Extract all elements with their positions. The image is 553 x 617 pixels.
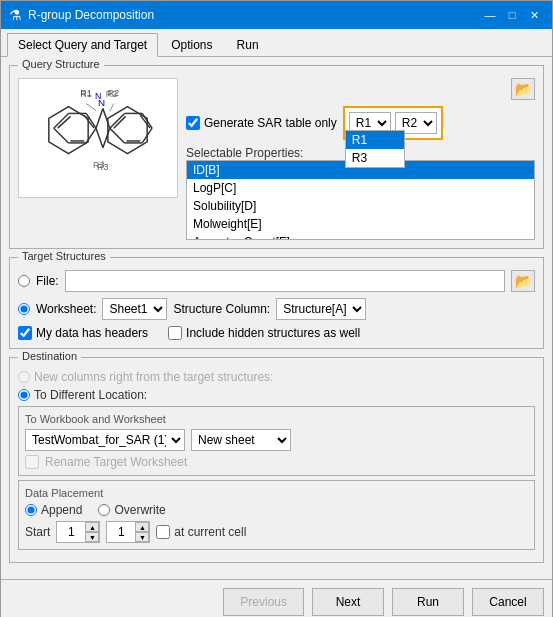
start-spinner-1-down[interactable]: ▼ bbox=[85, 532, 99, 542]
svg-line-31 bbox=[96, 128, 103, 148]
new-sheet-select[interactable]: New sheet bbox=[191, 429, 291, 451]
generate-sar-label[interactable]: Generate SAR table only bbox=[186, 116, 337, 130]
workbook-box-title: To Workbook and Worksheet bbox=[25, 413, 528, 425]
main-window: ⚗ R-group Decomposition — □ ✕ Select Que… bbox=[0, 0, 553, 617]
structure-col-select[interactable]: Structure[A] bbox=[276, 298, 366, 320]
title-controls: — □ ✕ bbox=[480, 6, 544, 24]
rgroup-popup-list: R1 R3 bbox=[345, 130, 405, 168]
append-text: Append bbox=[41, 503, 82, 517]
worksheet-select[interactable]: Sheet1 bbox=[102, 298, 167, 320]
prop-acceptor[interactable]: Acceptor Count[F] bbox=[187, 233, 534, 240]
previous-button[interactable]: Previous bbox=[223, 588, 304, 616]
start-spinner-2-down[interactable]: ▼ bbox=[135, 532, 149, 542]
my-data-headers-checkbox[interactable] bbox=[18, 326, 32, 340]
properties-list[interactable]: ID[B] LogP[C] Solubility[D] Molweight[E]… bbox=[186, 160, 535, 240]
include-hidden-text: Include hidden structures as well bbox=[186, 326, 360, 340]
append-radio[interactable] bbox=[25, 504, 37, 516]
app-icon: ⚗ bbox=[9, 7, 22, 23]
start-spinner-2-input[interactable] bbox=[107, 522, 135, 542]
placement-options-row: Append Overwrite bbox=[25, 503, 528, 517]
prop-logp[interactable]: LogP[C] bbox=[187, 179, 534, 197]
target-grid: File: 📂 Worksheet: Sheet1 Structure Colu… bbox=[18, 270, 535, 340]
rename-row: Rename Target Worksheet bbox=[25, 455, 528, 469]
start-spinner-1-up[interactable]: ▲ bbox=[85, 522, 99, 532]
at-current-cell-checkbox[interactable] bbox=[156, 525, 170, 539]
worksheet-radio[interactable] bbox=[18, 303, 30, 315]
overwrite-radio[interactable] bbox=[98, 504, 110, 516]
file-radio[interactable] bbox=[18, 275, 30, 287]
to-different-option: To Different Location: To Workbook and W… bbox=[18, 388, 535, 550]
my-data-headers-text: My data has headers bbox=[36, 326, 148, 340]
at-current-cell-text: at current cell bbox=[174, 525, 246, 539]
cancel-button[interactable]: Cancel bbox=[472, 588, 544, 616]
structure-col-label: Structure Column: bbox=[173, 302, 270, 316]
data-placement-box: Data Placement Append Overwrite Start bbox=[18, 480, 535, 550]
rgroup-popup-item-r1[interactable]: R1 bbox=[346, 131, 404, 149]
rename-checkbox bbox=[25, 455, 39, 469]
rgroup-dropdowns: R1 R2 R3 R1 R2 R3 R1 bbox=[343, 106, 443, 140]
svg-text:N: N bbox=[98, 97, 105, 108]
workbook-worksheet-box: To Workbook and Worksheet TestWombat_for… bbox=[18, 406, 535, 476]
query-structure-body: N R1 R2 R3 bbox=[18, 78, 535, 240]
start-spinner-1[interactable]: ▲ ▼ bbox=[56, 521, 100, 543]
run-button[interactable]: Run bbox=[392, 588, 464, 616]
molecule-svg: N R1 R2 R3 bbox=[19, 79, 177, 197]
rgroup-popup-item-r3[interactable]: R3 bbox=[346, 149, 404, 167]
minimize-button[interactable]: — bbox=[480, 6, 500, 24]
start-spinner-2-buttons: ▲ ▼ bbox=[135, 522, 149, 542]
generate-sar-text: Generate SAR table only bbox=[204, 116, 337, 130]
include-hidden-checkbox[interactable] bbox=[168, 326, 182, 340]
new-columns-radio bbox=[18, 371, 30, 383]
target-folder-button[interactable]: 📂 bbox=[511, 270, 535, 292]
tab-options[interactable]: Options bbox=[160, 33, 223, 56]
file-radio-row: File: 📂 bbox=[18, 270, 535, 292]
svg-line-24 bbox=[110, 128, 125, 143]
svg-line-34 bbox=[86, 104, 96, 111]
data-placement-title: Data Placement bbox=[25, 487, 528, 499]
sar-row: Generate SAR table only R1 R2 R3 R1 R2 bbox=[186, 106, 535, 140]
next-button[interactable]: Next bbox=[312, 588, 384, 616]
title-bar: ⚗ R-group Decomposition — □ ✕ bbox=[1, 1, 552, 29]
start-row: Start ▲ ▼ ▲ ▼ bbox=[25, 521, 528, 543]
new-columns-label[interactable]: New columns right from the target struct… bbox=[18, 370, 535, 384]
query-right-panel: 📂 Generate SAR table only R1 R2 R3 bbox=[186, 78, 535, 240]
svg-text:R2: R2 bbox=[108, 88, 119, 98]
target-structures-section: Target Structures File: 📂 Worksheet: She… bbox=[9, 257, 544, 349]
close-button[interactable]: ✕ bbox=[524, 6, 544, 24]
start-spinner-1-buttons: ▲ ▼ bbox=[85, 522, 99, 542]
start-spinner-2[interactable]: ▲ ▼ bbox=[106, 521, 150, 543]
start-spinner-1-input[interactable] bbox=[57, 522, 85, 542]
generate-sar-checkbox[interactable] bbox=[186, 116, 200, 130]
prop-molweight[interactable]: Molweight[E] bbox=[187, 215, 534, 233]
to-different-label[interactable]: To Different Location: bbox=[18, 388, 535, 402]
worksheet-label: Worksheet: bbox=[36, 302, 96, 316]
title-bar-left: ⚗ R-group Decomposition bbox=[9, 7, 154, 23]
overwrite-text: Overwrite bbox=[114, 503, 165, 517]
svg-line-28 bbox=[96, 109, 103, 129]
prop-solubility[interactable]: Solubility[D] bbox=[187, 197, 534, 215]
svg-text:R1: R1 bbox=[80, 88, 91, 98]
maximize-button[interactable]: □ bbox=[502, 6, 522, 24]
my-data-headers-label[interactable]: My data has headers bbox=[18, 326, 148, 340]
destination-section: Destination New columns right from the t… bbox=[9, 357, 544, 563]
overwrite-label[interactable]: Overwrite bbox=[98, 503, 165, 517]
content-area: Query Structure bbox=[1, 57, 552, 579]
tab-select-query[interactable]: Select Query and Target bbox=[7, 33, 158, 57]
tab-run[interactable]: Run bbox=[226, 33, 270, 56]
footer: Previous Next Run Cancel bbox=[1, 579, 552, 617]
svg-line-36 bbox=[110, 104, 114, 112]
start-label: Start bbox=[25, 525, 50, 539]
to-different-radio[interactable] bbox=[18, 389, 30, 401]
tab-bar: Select Query and Target Options Run bbox=[1, 29, 552, 57]
file-label[interactable]: File: bbox=[36, 274, 59, 288]
query-folder-button[interactable]: 📂 bbox=[511, 78, 535, 100]
workbook-row: TestWombat_for_SAR (1).xl New sheet bbox=[25, 429, 528, 451]
file-input[interactable] bbox=[65, 270, 505, 292]
workbook-select[interactable]: TestWombat_for_SAR (1).xl bbox=[25, 429, 185, 451]
query-structure-title: Query Structure bbox=[18, 58, 104, 70]
include-hidden-label[interactable]: Include hidden structures as well bbox=[168, 326, 360, 340]
append-label[interactable]: Append bbox=[25, 503, 82, 517]
start-spinner-2-up[interactable]: ▲ bbox=[135, 522, 149, 532]
new-columns-option: New columns right from the target struct… bbox=[18, 370, 535, 384]
at-current-cell-label[interactable]: at current cell bbox=[156, 525, 246, 539]
